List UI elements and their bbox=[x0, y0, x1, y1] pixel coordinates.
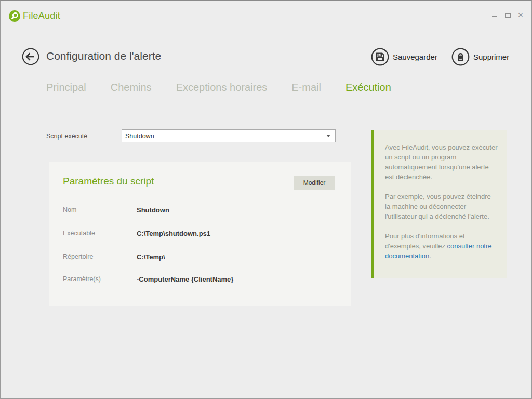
field-value: C:\Temp\ bbox=[137, 253, 165, 261]
script-dropdown[interactable]: Shutdown bbox=[122, 129, 336, 142]
page-title: Configuration de l'alerte bbox=[46, 50, 161, 62]
script-parameters-panel: Paramètres du script Modifier Nom Shutdo… bbox=[49, 162, 351, 306]
tab-principal[interactable]: Principal bbox=[46, 82, 86, 94]
help-info-box: Avec FileAudit, vous pouvez exécuter un … bbox=[371, 130, 507, 278]
modify-button[interactable]: Modifier bbox=[294, 176, 335, 190]
chevron-down-icon bbox=[326, 135, 330, 137]
tab-chemins[interactable]: Chemins bbox=[111, 82, 152, 94]
tab-bar: Principal Chemins Exceptions horaires E-… bbox=[46, 82, 391, 94]
field-value: C:\Temp\shutdown.ps1 bbox=[137, 230, 210, 237]
script-dropdown-value: Shutdown bbox=[122, 132, 326, 140]
minimize-icon[interactable] bbox=[491, 11, 498, 19]
field-row-nom: Nom Shutdown bbox=[63, 206, 337, 215]
save-button[interactable]: Sauvegarder bbox=[371, 48, 437, 66]
app-window: FileAudit × Configuration de l'alerte Sa… bbox=[0, 0, 532, 399]
back-button[interactable] bbox=[22, 48, 39, 65]
maximize-icon[interactable] bbox=[504, 11, 511, 19]
field-label: Exécutable bbox=[63, 230, 95, 237]
field-value: -ComputerName {ClientName} bbox=[137, 275, 233, 283]
field-value: Shutdown bbox=[137, 206, 169, 214]
script-executed-label: Script exécuté bbox=[46, 132, 87, 140]
fileaudit-logo-icon bbox=[9, 10, 20, 22]
info-paragraph-3: Pour plus d'informations et d'exemples, … bbox=[385, 231, 498, 261]
info-paragraph-1: Avec FileAudit, vous pouvez exécuter un … bbox=[385, 142, 498, 182]
panel-title: Paramètres du script bbox=[63, 176, 154, 187]
field-label: Paramètre(s) bbox=[63, 275, 101, 283]
info-paragraph-2: Par exemple, vous pouvez éteindre la mac… bbox=[385, 192, 498, 221]
field-row-executable: Exécutable C:\Temp\shutdown.ps1 bbox=[63, 230, 337, 238]
field-label: Répertoire bbox=[63, 253, 93, 260]
tab-email[interactable]: E-mail bbox=[291, 82, 321, 94]
delete-button-label: Supprimer bbox=[473, 52, 509, 61]
floppy-disk-icon bbox=[371, 48, 389, 66]
field-row-parametres: Paramètre(s) -ComputerName {ClientName} bbox=[63, 275, 337, 284]
field-label: Nom bbox=[63, 206, 76, 214]
delete-button[interactable]: Supprimer bbox=[451, 48, 509, 66]
trash-icon bbox=[451, 48, 470, 66]
title-bar: FileAudit × bbox=[1, 1, 531, 26]
save-button-label: Sauvegarder bbox=[393, 52, 437, 61]
info-paragraph-3-suffix: . bbox=[429, 252, 431, 260]
window-controls: × bbox=[491, 11, 524, 19]
app-title: FileAudit bbox=[23, 10, 60, 21]
field-row-repertoire: Répertoire C:\Temp\ bbox=[63, 253, 337, 261]
tab-exceptions-horaires[interactable]: Exceptions horaires bbox=[176, 82, 268, 94]
close-icon[interactable]: × bbox=[517, 11, 524, 19]
tab-execution[interactable]: Exécution bbox=[345, 82, 391, 94]
